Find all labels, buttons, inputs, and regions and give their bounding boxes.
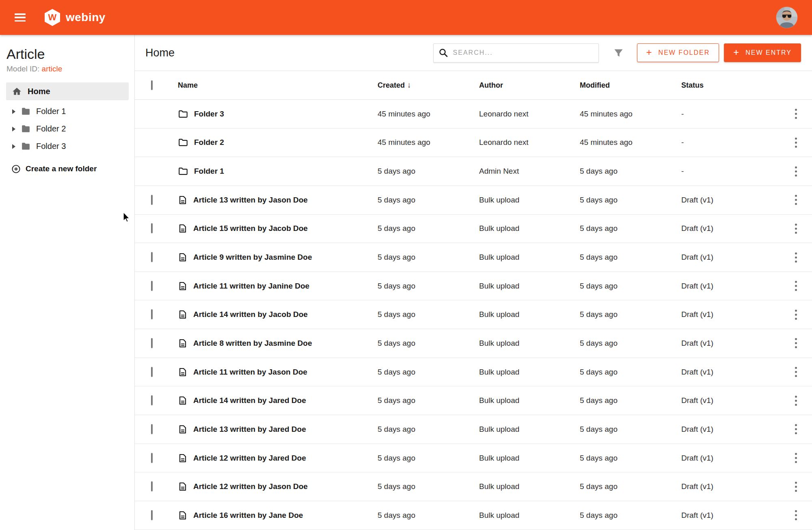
author-cell: Admin Next [479, 167, 580, 176]
created-cell: 5 days ago [378, 396, 479, 405]
kebab-menu-icon[interactable] [793, 307, 799, 322]
new-entry-button[interactable]: + NEW ENTRY [724, 43, 801, 62]
document-icon [178, 453, 188, 463]
table-row[interactable]: Folder 3 45 minutes ago Leonardo next 45… [135, 100, 812, 129]
kebab-menu-icon[interactable] [793, 106, 799, 121]
row-checkbox[interactable] [151, 195, 153, 205]
sidebar-item-home[interactable]: Home [6, 82, 129, 100]
column-header-author[interactable]: Author [479, 81, 580, 90]
author-cell: Bulk upload [479, 425, 580, 434]
row-checkbox[interactable] [151, 338, 153, 348]
kebab-menu-icon[interactable] [793, 135, 799, 150]
kebab-menu-icon[interactable] [793, 278, 799, 293]
row-checkbox[interactable] [151, 395, 153, 405]
kebab-menu-icon[interactable] [793, 336, 799, 351]
sidebar-folder-item[interactable]: Folder 1 [0, 103, 134, 120]
table-row[interactable]: Article 11 written by Janine Doe 5 days … [135, 272, 812, 301]
name-cell: Article 9 written by Jasmine Doe [178, 252, 378, 262]
search-box [433, 43, 599, 62]
author-cell: Bulk upload [479, 339, 580, 348]
table-row[interactable]: Article 12 written by Jason Doe 5 days a… [135, 472, 812, 501]
table-row[interactable]: Article 9 written by Jasmine Doe 5 days … [135, 243, 812, 272]
kebab-menu-icon[interactable] [793, 393, 799, 408]
author-cell: Leonardo next [479, 138, 580, 147]
new-folder-button[interactable]: + NEW FOLDER [637, 43, 719, 62]
search-input[interactable] [453, 49, 594, 56]
column-header-created[interactable]: Created ↓ [378, 81, 479, 90]
row-checkbox[interactable] [151, 223, 153, 233]
row-checkbox[interactable] [151, 281, 153, 291]
kebab-menu-icon[interactable] [793, 508, 799, 523]
author-cell: Bulk upload [479, 310, 580, 319]
document-icon [178, 281, 188, 291]
webiny-logo[interactable]: W webiny [44, 9, 106, 26]
table-row[interactable]: Article 13 written by Jason Doe 5 days a… [135, 186, 812, 215]
row-checkbox[interactable] [151, 309, 153, 319]
table-row[interactable]: Article 14 written by Jared Doe 5 days a… [135, 386, 812, 415]
kebab-menu-icon[interactable] [793, 422, 799, 437]
sidebar-folder-item[interactable]: Folder 2 [0, 120, 134, 138]
table-row[interactable]: Folder 1 5 days ago Admin Next 5 days ag… [135, 157, 812, 186]
kebab-menu-icon[interactable] [793, 450, 799, 465]
status-cell: - [681, 167, 780, 176]
row-checkbox[interactable] [151, 424, 153, 434]
toolbar: Home + NEW FOLDER + NEW ENTRY [135, 35, 812, 71]
created-cell: 5 days ago [378, 167, 479, 176]
row-checkbox[interactable] [151, 453, 153, 463]
kebab-menu-icon[interactable] [793, 164, 799, 179]
column-header-status[interactable]: Status [681, 81, 780, 90]
document-icon [178, 252, 188, 262]
table-row[interactable]: Article 11 written by Jason Doe 5 days a… [135, 358, 812, 387]
sort-desc-icon: ↓ [407, 81, 411, 90]
column-header-name[interactable]: Name [178, 81, 378, 90]
row-checkbox[interactable] [151, 252, 153, 262]
name-cell: Folder 1 [178, 166, 378, 177]
modified-cell: 45 minutes ago [580, 110, 681, 118]
column-header-modified[interactable]: Modified [580, 81, 681, 90]
table-row[interactable]: Article 15 written by Jacob Doe 5 days a… [135, 215, 812, 243]
table-row[interactable]: Article 13 written by Jared Doe 5 days a… [135, 415, 812, 444]
folder-icon [178, 109, 188, 119]
table-row[interactable]: Article 16 written by Jane Doe 5 days ag… [135, 501, 812, 530]
kebab-menu-icon[interactable] [793, 250, 799, 265]
modified-cell: 45 minutes ago [580, 138, 681, 147]
create-new-folder-button[interactable]: Create a new folder [0, 161, 134, 177]
chevron-right-icon[interactable] [12, 144, 15, 149]
sidebar-folder-item[interactable]: Folder 3 [0, 138, 134, 155]
name-cell: Folder 3 [178, 109, 378, 119]
chevron-right-icon[interactable] [12, 109, 15, 114]
user-avatar[interactable] [776, 7, 797, 28]
status-cell: Draft (v1) [681, 368, 780, 377]
author-cell: Bulk upload [479, 282, 580, 291]
row-checkbox[interactable] [151, 510, 153, 520]
created-cell: 5 days ago [378, 425, 479, 434]
kebab-menu-icon[interactable] [793, 192, 799, 207]
chevron-right-icon[interactable] [12, 127, 15, 131]
created-cell: 5 days ago [378, 454, 479, 463]
name-cell: Article 11 written by Jason Doe [178, 367, 378, 377]
table-row[interactable]: Article 8 written by Jasmine Doe 5 days … [135, 329, 812, 358]
name-cell: Folder 2 [178, 137, 378, 148]
created-cell: 5 days ago [378, 196, 479, 205]
created-cell: 45 minutes ago [378, 110, 479, 118]
kebab-menu-icon[interactable] [793, 221, 799, 236]
kebab-menu-icon[interactable] [793, 479, 799, 494]
table-row[interactable]: Folder 2 45 minutes ago Leonardo next 45… [135, 129, 812, 157]
hamburger-menu-icon[interactable] [15, 13, 26, 22]
row-checkbox[interactable] [151, 367, 153, 377]
folder-icon [21, 141, 31, 151]
table-row[interactable]: Article 12 written by Jared Doe 5 days a… [135, 444, 812, 473]
kebab-menu-icon[interactable] [793, 364, 799, 379]
name-cell: Article 8 written by Jasmine Doe [178, 338, 378, 348]
table-row[interactable]: Article 14 written by Jacob Doe 5 days a… [135, 300, 812, 329]
author-cell: Bulk upload [479, 196, 580, 205]
filter-icon[interactable] [613, 47, 625, 59]
modified-cell: 5 days ago [580, 396, 681, 405]
modified-cell: 5 days ago [580, 482, 681, 491]
plus-icon: + [646, 47, 653, 58]
select-all-checkbox[interactable] [151, 80, 153, 90]
modified-cell: 5 days ago [580, 196, 681, 205]
logo-text: webiny [66, 11, 106, 24]
created-cell: 5 days ago [378, 339, 479, 348]
row-checkbox[interactable] [151, 481, 153, 491]
